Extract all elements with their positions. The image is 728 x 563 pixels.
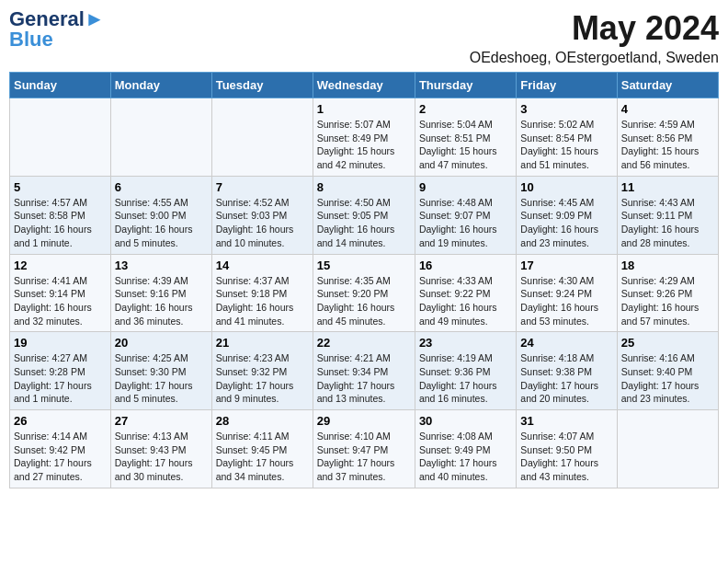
day-cell-21: 21Sunrise: 4:23 AM Sunset: 9:32 PM Dayli… [211,332,313,410]
day-info: Sunrise: 4:23 AM Sunset: 9:32 PM Dayligh… [216,351,309,406]
day-number: 18 [621,259,714,272]
day-number: 14 [216,259,309,272]
day-number: 5 [14,180,107,194]
day-info: Sunrise: 4:16 AM Sunset: 9:40 PM Dayligh… [621,351,714,406]
day-info: Sunrise: 4:52 AM Sunset: 9:03 PM Dayligh… [216,196,309,250]
day-cell-26: 26Sunrise: 4:14 AM Sunset: 9:42 PM Dayli… [10,410,111,488]
day-number: 8 [317,180,411,194]
day-cell-1: 1Sunrise: 5:07 AM Sunset: 8:49 PM Daylig… [313,98,415,177]
day-cell-16: 16Sunrise: 4:33 AM Sunset: 9:22 PM Dayli… [415,254,516,332]
day-number: 23 [419,336,512,350]
day-info: Sunrise: 4:39 AM Sunset: 9:16 PM Dayligh… [115,274,208,328]
day-cell-13: 13Sunrise: 4:39 AM Sunset: 9:16 PM Dayli… [110,254,211,332]
week-row-3: 12Sunrise: 4:41 AM Sunset: 9:14 PM Dayli… [10,254,719,332]
day-number: 3 [520,102,612,116]
day-number: 6 [115,180,208,194]
header-tuesday: Tuesday [211,73,313,98]
day-info: Sunrise: 4:55 AM Sunset: 9:00 PM Dayligh… [115,196,208,250]
day-cell-25: 25Sunrise: 4:16 AM Sunset: 9:40 PM Dayli… [617,332,718,410]
day-cell-3: 3Sunrise: 5:02 AM Sunset: 8:54 PM Daylig… [517,98,617,177]
calendar-subtitle: OEdeshoeg, OEstergoetland, Sweden [470,50,719,66]
header-monday: Monday [110,73,211,98]
day-info: Sunrise: 4:18 AM Sunset: 9:38 PM Dayligh… [520,351,612,406]
day-number: 19 [14,336,107,350]
day-info: Sunrise: 4:43 AM Sunset: 9:11 PM Dayligh… [621,196,714,250]
day-cell-7: 7Sunrise: 4:52 AM Sunset: 9:03 PM Daylig… [211,176,313,254]
day-info: Sunrise: 4:11 AM Sunset: 9:45 PM Dayligh… [216,430,309,484]
day-info: Sunrise: 4:41 AM Sunset: 9:14 PM Dayligh… [14,274,107,328]
day-info: Sunrise: 4:25 AM Sunset: 9:30 PM Dayligh… [115,351,208,406]
day-number: 9 [419,180,512,194]
day-number: 16 [419,259,512,272]
day-number: 7 [216,180,309,194]
day-cell-8: 8Sunrise: 4:50 AM Sunset: 9:05 PM Daylig… [313,176,415,254]
day-info: Sunrise: 5:07 AM Sunset: 8:49 PM Dayligh… [317,118,411,172]
day-cell-31: 31Sunrise: 4:07 AM Sunset: 9:50 PM Dayli… [517,410,617,488]
day-info: Sunrise: 4:59 AM Sunset: 8:56 PM Dayligh… [621,118,714,172]
day-info: Sunrise: 4:29 AM Sunset: 9:26 PM Dayligh… [621,274,714,328]
day-number: 24 [520,336,612,350]
day-number: 15 [317,259,411,272]
day-cell-14: 14Sunrise: 4:37 AM Sunset: 9:18 PM Dayli… [211,254,313,332]
header-saturday: Saturday [617,73,718,98]
day-info: Sunrise: 4:07 AM Sunset: 9:50 PM Dayligh… [520,430,612,484]
calendar-table: SundayMondayTuesdayWednesdayThursdayFrid… [9,72,719,488]
day-info: Sunrise: 4:30 AM Sunset: 9:24 PM Dayligh… [520,274,612,328]
calendar-title: May 2024 [470,9,719,48]
header-sunday: Sunday [10,73,111,98]
day-info: Sunrise: 4:21 AM Sunset: 9:34 PM Dayligh… [317,351,411,406]
day-number: 10 [520,180,612,194]
day-cell-2: 2Sunrise: 5:04 AM Sunset: 8:51 PM Daylig… [415,98,516,177]
day-cell-23: 23Sunrise: 4:19 AM Sunset: 9:36 PM Dayli… [415,332,516,410]
day-cell-11: 11Sunrise: 4:43 AM Sunset: 9:11 PM Dayli… [617,176,718,254]
day-info: Sunrise: 4:37 AM Sunset: 9:18 PM Dayligh… [216,274,309,328]
day-info: Sunrise: 4:19 AM Sunset: 9:36 PM Dayligh… [419,351,512,406]
day-number: 26 [14,414,107,428]
day-info: Sunrise: 4:50 AM Sunset: 9:05 PM Dayligh… [317,196,411,250]
day-cell-15: 15Sunrise: 4:35 AM Sunset: 9:20 PM Dayli… [313,254,415,332]
week-row-2: 5Sunrise: 4:57 AM Sunset: 8:58 PM Daylig… [10,176,719,254]
day-info: Sunrise: 4:35 AM Sunset: 9:20 PM Dayligh… [317,274,411,328]
header-friday: Friday [517,73,617,98]
day-number: 1 [317,102,411,116]
day-number: 12 [14,259,107,272]
logo-bird-icon: ► [85,7,105,30]
day-cell-27: 27Sunrise: 4:13 AM Sunset: 9:43 PM Dayli… [110,410,211,488]
day-number: 21 [216,336,309,350]
week-row-1: 1Sunrise: 5:07 AM Sunset: 8:49 PM Daylig… [10,98,719,177]
week-row-5: 26Sunrise: 4:14 AM Sunset: 9:42 PM Dayli… [10,410,719,488]
day-number: 22 [317,336,411,350]
day-number: 11 [621,180,714,194]
day-number: 31 [520,414,612,428]
day-number: 28 [216,414,309,428]
day-cell-19: 19Sunrise: 4:27 AM Sunset: 9:28 PM Dayli… [10,332,111,410]
week-row-4: 19Sunrise: 4:27 AM Sunset: 9:28 PM Dayli… [10,332,719,410]
day-cell-empty [110,98,211,177]
day-cell-10: 10Sunrise: 4:45 AM Sunset: 9:09 PM Dayli… [517,176,617,254]
day-number: 25 [621,336,714,350]
day-cell-18: 18Sunrise: 4:29 AM Sunset: 9:26 PM Dayli… [617,254,718,332]
day-info: Sunrise: 5:02 AM Sunset: 8:54 PM Dayligh… [520,118,612,172]
day-cell-empty [617,410,718,488]
day-number: 2 [419,102,512,116]
logo: General► Blue [9,9,105,52]
day-info: Sunrise: 4:08 AM Sunset: 9:49 PM Dayligh… [419,430,512,484]
day-number: 17 [520,259,612,272]
day-cell-12: 12Sunrise: 4:41 AM Sunset: 9:14 PM Dayli… [10,254,111,332]
day-info: Sunrise: 4:14 AM Sunset: 9:42 PM Dayligh… [14,430,107,484]
day-cell-9: 9Sunrise: 4:48 AM Sunset: 9:07 PM Daylig… [415,176,516,254]
day-cell-5: 5Sunrise: 4:57 AM Sunset: 8:58 PM Daylig… [10,176,111,254]
day-info: Sunrise: 4:27 AM Sunset: 9:28 PM Dayligh… [14,351,107,406]
day-number: 29 [317,414,411,428]
day-number: 27 [115,414,208,428]
day-info: Sunrise: 4:45 AM Sunset: 9:09 PM Dayligh… [520,196,612,250]
day-info: Sunrise: 5:04 AM Sunset: 8:51 PM Dayligh… [419,118,512,172]
day-cell-29: 29Sunrise: 4:10 AM Sunset: 9:47 PM Dayli… [313,410,415,488]
day-number: 20 [115,336,208,350]
day-cell-20: 20Sunrise: 4:25 AM Sunset: 9:30 PM Dayli… [110,332,211,410]
header-thursday: Thursday [415,73,516,98]
day-info: Sunrise: 4:13 AM Sunset: 9:43 PM Dayligh… [115,430,208,484]
title-block: May 2024 OEdeshoeg, OEstergoetland, Swed… [470,9,719,66]
day-info: Sunrise: 4:57 AM Sunset: 8:58 PM Dayligh… [14,196,107,250]
day-cell-22: 22Sunrise: 4:21 AM Sunset: 9:34 PM Dayli… [313,332,415,410]
